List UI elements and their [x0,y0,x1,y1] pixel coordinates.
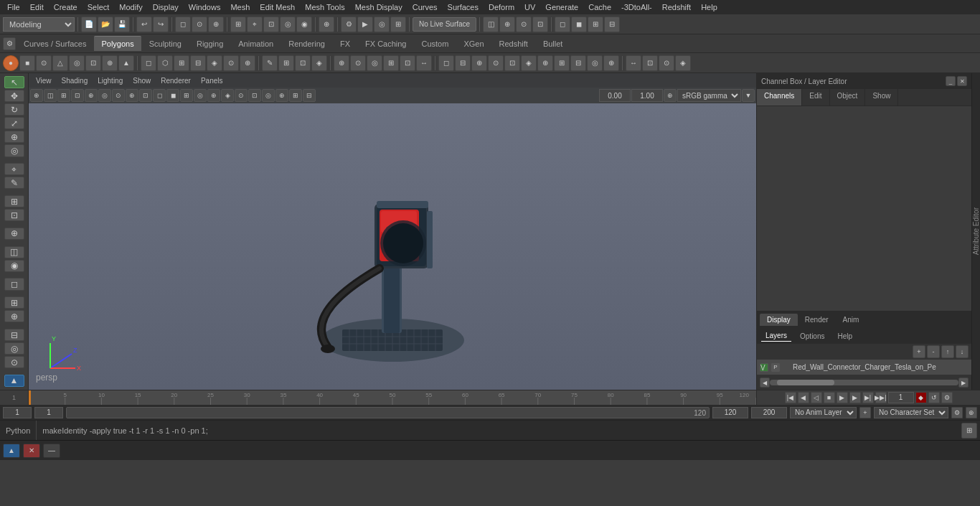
light-btn[interactable]: ⊙ [516,17,532,32]
stop-btn[interactable]: ■ [824,392,835,403]
connect-btn[interactable]: ⊟ [570,55,586,71]
ipr-btn[interactable]: ◎ [374,17,390,32]
layer-type[interactable] [783,364,790,371]
plane-btn[interactable]: ⊡ [85,55,101,71]
quick-select-btn[interactable]: ◻ [4,278,24,290]
python-command-input[interactable] [39,426,958,435]
open-scene-btn[interactable]: 📂 [98,17,113,32]
tab-xgen[interactable]: XGen [456,37,491,51]
channels-tab[interactable]: Channels [757,89,802,106]
universal-manip-tool[interactable]: ⊕ [4,131,24,143]
layer-playback[interactable]: P [771,363,780,372]
view-menu[interactable]: View [32,75,56,86]
paint-mode-btn[interactable]: ⊕ [208,17,224,32]
layer-visibility[interactable]: V [760,363,768,372]
render-btn[interactable]: ▶ [357,17,373,32]
menu-curves[interactable]: Curves [408,1,442,13]
menu-3dtall[interactable]: -3DtoAll- [617,1,656,13]
rotate-tool[interactable]: ↻ [4,103,24,116]
vp-mo2-btn[interactable]: ⊟ [303,89,316,102]
merge-btn[interactable]: ⊙ [488,55,504,71]
pyramid-btn[interactable]: ▲ [118,55,134,71]
transform-poly-btn[interactable]: ⊡ [400,55,415,71]
range-start-input[interactable] [3,407,32,418]
vp-res6-btn[interactable]: ⊞ [180,89,193,102]
hardness-btn[interactable]: ◈ [675,55,691,71]
vp-mo-btn[interactable]: ⊞ [289,89,302,102]
scroll-thumb[interactable] [777,380,834,385]
display-tab[interactable]: Display [760,314,798,326]
pen-btn[interactable]: ✎ [262,55,278,71]
menu-generate[interactable]: Generate [541,1,583,13]
next-key-btn[interactable]: ▶| [862,392,874,403]
menu-windows[interactable]: Windows [184,1,225,13]
menu-edit-mesh[interactable]: Edit Mesh [255,1,299,13]
object-tab[interactable]: Object [830,89,866,106]
multi-cut-btn[interactable]: ⊕ [334,55,349,71]
camera-btn[interactable]: ⊕ [499,17,515,32]
vp-res2-btn[interactable]: ⊕ [126,89,138,102]
vp-film-btn[interactable]: ◫ [44,89,57,102]
soften-btn[interactable]: ⊙ [659,55,674,71]
lighting-menu[interactable]: Lighting [93,75,127,86]
anim-layer-add-btn[interactable]: + [859,407,871,418]
select-mode-btn[interactable]: ◻ [175,17,191,32]
snap-point-btn[interactable]: ⊡ [263,17,279,32]
shading-menu[interactable]: Shading [57,75,93,86]
tab-rigging[interactable]: Rigging [189,37,230,51]
menu-mesh-display[interactable]: Mesh Display [351,1,407,13]
coord-x-input[interactable] [599,89,631,102]
select-tool[interactable]: ↖ [4,76,24,88]
character-set-select[interactable]: No Character Set [874,407,948,418]
menu-cache[interactable]: Cache [584,1,616,13]
wedge-btn[interactable]: ⊕ [537,55,553,71]
fill-btn[interactable]: ◈ [311,55,327,71]
layers-tab[interactable]: Layers [761,330,791,342]
window-minimize-btn[interactable]: — [43,444,60,458]
set-key-btn[interactable]: ◆ [915,392,927,403]
layer-add-btn[interactable]: + [913,345,925,358]
scroll-left-btn[interactable]: ◀ [760,378,770,388]
tab-fx-caching[interactable]: FX Caching [358,37,413,51]
frame-range-bar[interactable]: 120 [66,407,710,418]
char-set-extra-btn[interactable]: ⊕ [966,407,977,418]
layer-remove-btn[interactable]: - [927,345,940,358]
cube-btn[interactable]: ■ [19,55,35,71]
vp-res5-btn[interactable]: ◼ [166,89,179,102]
snap-curve-btn[interactable]: ⌖ [247,17,263,32]
redo-btn[interactable]: ↪ [153,17,169,32]
xray-toggle-btn[interactable]: ◫ [4,246,24,258]
viewport[interactable]: View Shading Lighting Show Renderer Pane… [29,73,756,390]
maya-icon[interactable]: ▲ [4,375,24,387]
new-scene-btn[interactable]: 📄 [81,17,97,32]
vp-res-btn[interactable]: ⊙ [112,89,125,102]
disk-btn[interactable]: ⊕ [102,55,118,71]
append-btn[interactable]: ⊞ [278,55,294,71]
tab-curves-surfaces[interactable]: Curves / Surfaces [17,37,93,51]
scene-canvas[interactable]: persp Z X Y [29,103,756,390]
prev-frame-btn[interactable]: ◀ [798,392,809,403]
window-close-btn[interactable]: ✕ [23,444,40,458]
menu-redshift[interactable]: Redshift [658,1,695,13]
edit-tab[interactable]: Edit [802,89,829,106]
channel-box-minimize-btn[interactable]: _ [946,76,956,86]
show-manipulator-btn[interactable]: ⊕ [4,228,24,240]
show-hide-btn[interactable]: ⊡ [532,17,548,32]
tab-settings-btn[interactable]: ⚙ [3,37,16,50]
mesh6-btn[interactable]: ⊙ [223,55,239,71]
menu-select[interactable]: Select [83,1,114,13]
slide-edge-btn[interactable]: ⊞ [383,55,399,71]
mesh5-btn[interactable]: ◈ [207,55,222,71]
vp-vis-btn[interactable]: ◎ [194,89,207,102]
menu-mesh-tools[interactable]: Mesh Tools [301,1,349,13]
options-tab[interactable]: Options [796,331,829,342]
playback-settings-btn[interactable]: ⚙ [941,392,953,403]
mesh1-btn[interactable]: ◻ [141,55,156,71]
renderer-menu[interactable]: Renderer [156,75,195,86]
last-frame-btn[interactable]: ▶▶| [875,392,887,403]
paint-tool[interactable]: ✎ [4,177,24,189]
orient-tool[interactable]: ⊡ [4,209,24,221]
isolate-btn[interactable]: ◉ [4,260,24,272]
next-frame-btn[interactable]: ▶ [849,392,861,403]
history-btn[interactable]: ⊕ [319,17,334,32]
